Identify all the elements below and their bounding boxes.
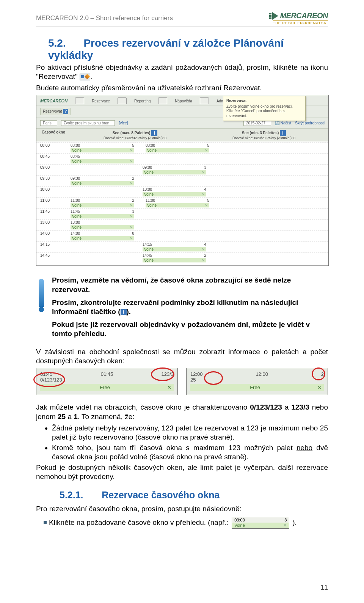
time-label: 13:00: [39, 220, 71, 225]
screenshot-reservation-grid: Rezervovat Zvolte prosím volné okno pro …: [36, 95, 329, 266]
time-label: 11:00: [39, 198, 71, 203]
intro-para-1: Po aktivaci příslušné objednávky a zadán…: [36, 63, 328, 81]
notice-line-2: Prosím, zkontrolujte rezervační podmínky…: [52, 298, 328, 316]
schedule-row: 14:0014:008Volné✕: [36, 230, 328, 241]
free-slot[interactable]: Volné✕: [71, 159, 134, 163]
bullet-list: Žádné palety nebyly rezervovány, 123 pal…: [44, 424, 328, 462]
notice-block: Prosím, vezměte na vědomí, že časové okn…: [36, 276, 328, 342]
subsection-heading: 5.2.1. Rezervace časového okna: [60, 490, 328, 501]
logo-arrow-icon: [269, 12, 278, 20]
schedule-row: 13:0013:00Volné✕: [36, 219, 328, 230]
free-slot[interactable]: Volné✕: [146, 148, 209, 152]
logo-tagline: THE RETAIL EFFICIENATOR.: [273, 20, 328, 25]
bullet-item: Kromě toho, jsou tam tři časová okna s m…: [52, 443, 328, 462]
menu-reporting[interactable]: Reporting: [134, 99, 151, 103]
site-dropdown[interactable]: Paris: [40, 120, 57, 126]
menu-help[interactable]: Nápověda: [175, 99, 192, 103]
schedule-header: Časové okno Sec (max. 8 Palettes) i Časo…: [36, 129, 328, 141]
time-label: 14:00: [39, 231, 71, 236]
tab-rezervovat[interactable]: Rezervovat ?: [40, 108, 71, 115]
screenshot-left: 01:45 01:45 123/3 0/123/123 Free ✕: [36, 368, 178, 395]
free-slot[interactable]: Volné✕: [71, 236, 134, 240]
intro-para-2: Budete automaticky přesměrování na uživa…: [36, 83, 328, 93]
toggle-details-link[interactable]: Skrýt podrobnosti: [295, 121, 325, 125]
exclamation-icon: [36, 276, 47, 342]
info-icon[interactable]: i: [151, 130, 157, 136]
time-label: 09:30: [39, 176, 71, 181]
app-logo-small: MERCAREON: [40, 99, 67, 103]
time-label: 11:45: [39, 209, 71, 214]
cart-icon: [200, 97, 209, 104]
svg-marker-3: [272, 12, 278, 20]
free-slot[interactable]: Volné✕: [143, 258, 206, 262]
header-divider: [36, 27, 328, 27]
schedule-row: 11:0011:002Volné✕11:005Volné✕: [36, 197, 328, 208]
free-slot[interactable]: Volné✕: [146, 203, 209, 207]
group-dropdown[interactable]: Zvolte prosím skupinu bran: [61, 120, 115, 126]
step-row: Klikněte na požadované časové okno v pře…: [44, 517, 328, 529]
cart-icon: [158, 97, 167, 104]
notice-line-1: Prosím, vezměte na vědomí, že časové okn…: [52, 276, 328, 294]
date-field[interactable]: 2015-02-27: [243, 120, 271, 126]
schedule-row: 08:4508:45Volné✕: [36, 153, 328, 164]
time-label: 14:15: [39, 242, 71, 247]
time-label: 14:45: [39, 253, 71, 258]
svg-rect-0: [269, 13, 271, 14]
screenshot-right: 12:00 12:00 2 25 Free ✕: [186, 368, 328, 395]
schedule-row: 14:4514:452Volné✕: [36, 252, 328, 263]
menu-rezervace[interactable]: Rezervace: [92, 99, 110, 103]
free-slot[interactable]: Volné✕: [71, 148, 134, 152]
brand-logo: MERCAREON THE RETAIL EFFICIENATOR.: [269, 11, 328, 25]
para-steps-intro: Pro rezervování časového okna, prosím, p…: [36, 504, 328, 513]
free-slot[interactable]: Volné✕: [143, 170, 206, 174]
page-root: MERCAREON 2.0 – Short reference for carr…: [0, 0, 364, 603]
section-heading: 5.2. Proces rezervování v záložce Plánov…: [48, 37, 328, 61]
doc-title: MERCAREON 2.0 – Short reference for carr…: [36, 14, 173, 22]
bullet-square-icon: [44, 521, 47, 524]
schedule-row: 08:0008:005Volné✕08:005Volné✕: [36, 142, 328, 153]
reload-link[interactable]: 🔄 Načíst: [275, 121, 291, 125]
time-label: 09:00: [39, 165, 71, 170]
red-circle-icon: [204, 371, 223, 385]
cart-icon: [118, 97, 127, 104]
two-screenshots: 01:45 01:45 123/3 0/123/123 Free ✕ 12:00…: [36, 368, 328, 395]
free-slot[interactable]: Volné✕: [71, 225, 134, 229]
time-label: 08:00: [39, 143, 71, 148]
tooltip-box: Rezervovat Zvolte prosím volné okno pro …: [223, 96, 306, 121]
mini-timeslot-example: 09:003 Volné✕: [232, 517, 289, 529]
time-label: 08:45: [39, 154, 71, 159]
more-link[interactable]: [více]: [119, 121, 128, 125]
para-dependent: V závislosti na obchodní společnosti se …: [36, 347, 328, 366]
help-icon[interactable]: ?: [63, 109, 68, 114]
schedule-row: 09:3009:302Volné✕: [36, 175, 328, 186]
schedule-row: 14:1514:154Volné✕: [36, 241, 328, 252]
schedule-row: 09:0009:003Volné✕: [36, 164, 328, 175]
cart-icon: [75, 97, 84, 104]
free-slot[interactable]: Volné✕: [71, 181, 134, 185]
info-icon[interactable]: i: [280, 130, 286, 136]
free-slot[interactable]: Volné✕: [71, 214, 134, 218]
para-characterized: Jak můžete vidět na obrázcích, časové ok…: [36, 403, 328, 421]
schedule-row: 11:4511:453Volné✕: [36, 208, 328, 219]
logo-text: MERCAREON: [280, 11, 328, 20]
notice-line-3: Pokud jste již rezervovali objednávky v …: [52, 320, 328, 338]
schedule-row: 10:0010:004Volné✕: [36, 186, 328, 197]
svg-rect-2: [269, 17, 271, 19]
schedule-body: 08:0008:005Volné✕08:005Volné✕08:4508:45V…: [36, 141, 328, 265]
info-icon[interactable]: i: [121, 309, 127, 315]
reserve-icon: [80, 74, 90, 80]
bullet-item: Žádné palety nebyly rezervovány, 123 pal…: [52, 424, 328, 442]
header: MERCAREON 2.0 – Short reference for carr…: [36, 11, 328, 25]
free-slot[interactable]: Volné✕: [143, 247, 206, 251]
time-label: 10:00: [39, 187, 71, 192]
svg-rect-1: [269, 15, 271, 17]
free-slot[interactable]: Volné✕: [143, 192, 206, 196]
para-limit: Pokud je dostupných několik časových oke…: [36, 463, 328, 481]
page-number: 11: [320, 584, 328, 592]
free-slot[interactable]: Volné✕: [71, 203, 134, 207]
